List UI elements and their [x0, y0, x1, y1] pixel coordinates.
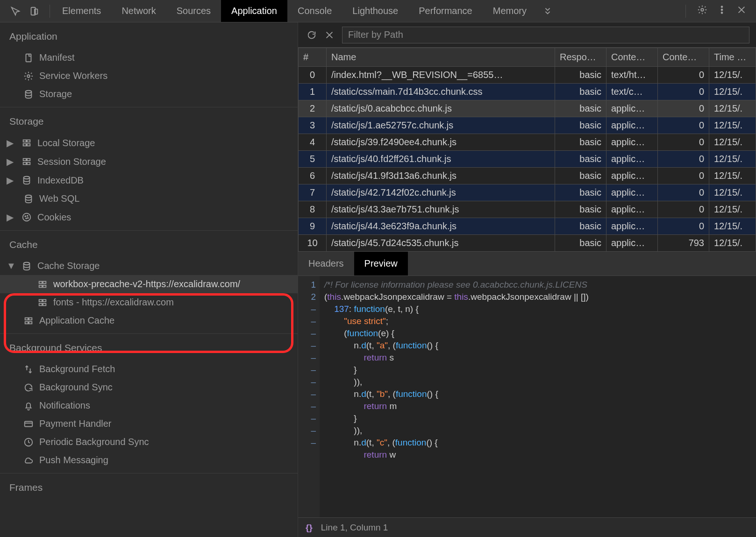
expand-icon[interactable]: ▶: [7, 212, 14, 223]
tab-memory[interactable]: Memory: [483, 0, 537, 22]
sidebar-item-workbox-precache-v2-https-excalidraw-com[interactable]: workbox-precache-v2-https://excalidraw.c…: [0, 275, 298, 293]
table-row[interactable]: 5/static/js/40.fd2ff261.chunk.jsbasicapp…: [299, 151, 756, 168]
sidebar-item-payment-handler[interactable]: Payment Handler: [0, 415, 298, 433]
svg-point-22: [26, 218, 27, 219]
col-1[interactable]: Name: [327, 48, 555, 67]
sidebar-item-push-messaging[interactable]: Push Messaging: [0, 451, 298, 469]
sidebar-item-background-fetch[interactable]: Background Fetch: [0, 360, 298, 378]
svg-rect-27: [39, 285, 42, 287]
expand-icon[interactable]: ▶: [7, 137, 14, 148]
sidebar-item-label: Payment Handler: [39, 418, 112, 429]
cell: basic: [555, 84, 606, 100]
bell-icon: [23, 401, 34, 411]
cursor-position: Line 1, Column 1: [321, 523, 388, 533]
svg-point-4: [721, 9, 723, 10]
sidebar-item-label: Background Fetch: [39, 364, 115, 374]
expand-icon[interactable]: ▶: [7, 175, 14, 186]
cell: 12/15/.: [709, 235, 756, 252]
svg-rect-30: [43, 299, 46, 302]
subtab-headers[interactable]: Headers: [298, 252, 354, 276]
cell: /static/js/39.f2490ee4.chunk.js: [327, 134, 555, 151]
cell: basic: [555, 201, 606, 218]
table-row[interactable]: 7/static/js/42.7142f02c.chunk.jsbasicapp…: [299, 184, 756, 201]
sidebar-item-session-storage[interactable]: ▶Session Storage: [0, 152, 298, 171]
clear-icon[interactable]: [324, 30, 335, 40]
svg-rect-16: [27, 163, 30, 165]
cell: 8: [299, 201, 327, 218]
sidebar-item-cookies[interactable]: ▶Cookies: [0, 208, 298, 226]
table-row[interactable]: 6/static/js/41.9f3d13a6.chunk.jsbasicapp…: [299, 168, 756, 184]
expand-icon[interactable]: ▶: [7, 156, 14, 167]
table-row[interactable]: 8/static/js/43.3ae7b751.chunk.jsbasicapp…: [299, 201, 756, 218]
more-tabs-icon[interactable]: [542, 6, 553, 16]
cell: 0: [658, 218, 709, 235]
cell: 12/15/.: [709, 67, 756, 84]
sidebar-item-background-sync[interactable]: Background Sync: [0, 378, 298, 396]
sidebar-item-web-sql[interactable]: Web SQL: [0, 190, 298, 208]
cell: 3: [299, 117, 327, 134]
col-5[interactable]: Time …: [709, 48, 756, 67]
subtab-preview[interactable]: Preview: [354, 252, 408, 276]
cell: 7: [299, 184, 327, 201]
sidebar-item-indexeddb[interactable]: ▶IndexedDB: [0, 171, 298, 190]
expand-icon[interactable]: ▼: [7, 261, 14, 271]
cell: applic…: [606, 184, 658, 201]
application-sidebar[interactable]: ApplicationManifestService WorkersStorag…: [0, 22, 298, 537]
refresh-icon[interactable]: [307, 30, 317, 40]
kebab-icon[interactable]: [717, 5, 727, 15]
source-preview[interactable]: 12–––––––––––– /*! For license informati…: [298, 276, 756, 517]
cell: /static/js/45.7d24c535.chunk.js: [327, 235, 555, 252]
tab-console[interactable]: Console: [287, 0, 342, 22]
cell: 12/15/.: [709, 218, 756, 235]
col-3[interactable]: Conte…: [606, 48, 658, 67]
tab-performance[interactable]: Performance: [408, 0, 483, 22]
sidebar-item-label: Cache Storage: [37, 261, 100, 271]
sidebar-item-label: Notifications: [39, 400, 90, 411]
gear-icon[interactable]: [697, 5, 707, 15]
cell: 0: [658, 168, 709, 184]
svg-point-5: [721, 12, 723, 13]
col-2[interactable]: Respo…: [555, 48, 606, 67]
svg-rect-31: [39, 303, 42, 305]
col-0[interactable]: #: [299, 48, 327, 67]
filter-input[interactable]: [342, 27, 749, 43]
svg-point-23: [28, 218, 29, 219]
cell: 12/15/.: [709, 168, 756, 184]
tab-network[interactable]: Network: [111, 0, 166, 22]
sidebar-item-manifest[interactable]: Manifest: [0, 49, 298, 67]
device-toggle-icon[interactable]: [29, 6, 39, 16]
table-row[interactable]: 10/static/js/45.7d24c535.chunk.jsbasicap…: [299, 235, 756, 252]
sidebar-item-fonts-https-excalidraw-com[interactable]: fonts - https://excalidraw.com: [0, 293, 298, 311]
table-row[interactable]: 4/static/js/39.f2490ee4.chunk.jsbasicapp…: [299, 134, 756, 151]
cell: applic…: [606, 117, 658, 134]
tab-application[interactable]: Application: [221, 0, 287, 22]
cache-table[interactable]: #NameRespo…Conte…Conte…Time … 0/index.ht…: [298, 48, 756, 252]
format-icon[interactable]: {}: [306, 523, 313, 533]
tab-lighthouse[interactable]: Lighthouse: [342, 0, 408, 22]
sidebar-item-storage[interactable]: Storage: [0, 85, 298, 103]
sidebar-item-application-cache[interactable]: Application Cache: [0, 311, 298, 330]
sidebar-item-label: Session Storage: [37, 156, 106, 167]
db-icon: [23, 89, 34, 99]
svg-rect-36: [29, 321, 32, 324]
table-row[interactable]: 3/static/js/1.ae52757c.chunk.jsbasicappl…: [299, 117, 756, 134]
cell: 12/15/.: [709, 184, 756, 201]
sidebar-item-service-workers[interactable]: Service Workers: [0, 67, 298, 85]
sidebar-item-notifications[interactable]: Notifications: [0, 396, 298, 415]
inspect-icon[interactable]: [10, 6, 21, 16]
col-4[interactable]: Conte…: [658, 48, 709, 67]
sidebar-item-local-storage[interactable]: ▶Local Storage: [0, 134, 298, 152]
table-row[interactable]: 9/static/js/44.3e623f9a.chunk.jsbasicapp…: [299, 218, 756, 235]
cell: basic: [555, 168, 606, 184]
svg-rect-26: [43, 281, 46, 283]
sidebar-item-periodic-background-sync[interactable]: Periodic Background Sync: [0, 433, 298, 451]
tab-elements[interactable]: Elements: [52, 0, 111, 22]
grid-icon: [21, 138, 32, 148]
table-row[interactable]: 0/index.html?__WB_REVISION__=6855…basict…: [299, 67, 756, 84]
close-icon[interactable]: [736, 5, 747, 15]
table-row[interactable]: 2/static/js/0.acabcbcc.chunk.jsbasicappl…: [299, 100, 756, 117]
table-row[interactable]: 1/static/css/main.7d14b3cc.chunk.cssbasi…: [299, 84, 756, 100]
tab-sources[interactable]: Sources: [166, 0, 221, 22]
sidebar-item-cache-storage[interactable]: ▼Cache Storage: [0, 257, 298, 275]
svg-rect-14: [27, 159, 30, 161]
